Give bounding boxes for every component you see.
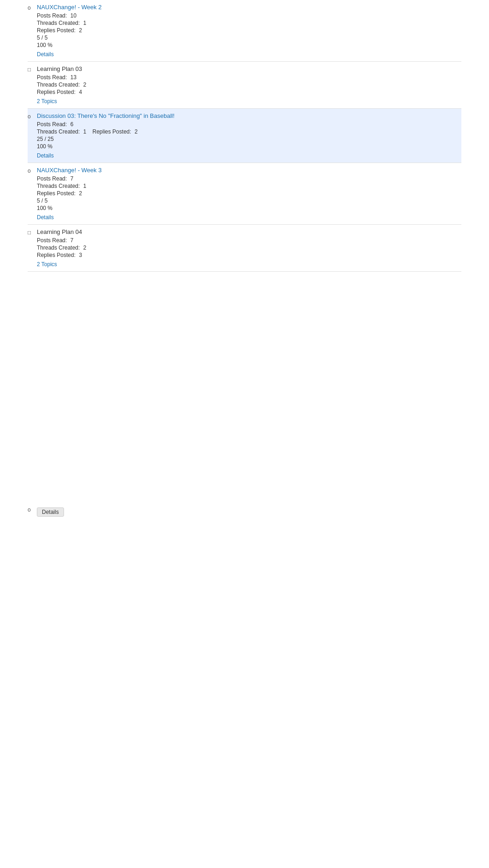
replies-posted-value: 2: [79, 27, 82, 34]
threads-created-value: 1: [83, 128, 87, 135]
bottom-spacer: [28, 520, 461, 797]
progress-fraction: 5 / 5: [37, 198, 461, 204]
replies-posted-line: Replies Posted: 2: [37, 190, 461, 197]
plan-content: Learning Plan 04 Posts Read: 7 Threads C…: [37, 228, 461, 268]
threads-created-label: Threads Created:: [37, 128, 80, 135]
topic-content: NAUXChange! - Week 3 Posts Read: 7 Threa…: [37, 167, 461, 221]
replies-posted-line: Replies Posted: 3: [37, 252, 461, 258]
topic-row-week3: o NAUXChange! - Week 3 Posts Read: 7 Thr…: [28, 163, 461, 225]
threads-created-label: Threads Created:: [37, 82, 80, 88]
plan-row-04: □ Learning Plan 04 Posts Read: 7 Threads…: [28, 225, 461, 272]
topic-title: NAUXChange! - Week 3: [37, 167, 461, 174]
threads-created-value: 2: [83, 245, 87, 251]
bottom-content: Details: [37, 506, 461, 517]
posts-read-label: Posts Read:: [37, 237, 67, 244]
replies-posted-value: 3: [79, 252, 82, 258]
replies-posted-value: 2: [134, 128, 138, 135]
threads-created-value: 1: [83, 20, 87, 26]
posts-read-line: Posts Read: 7: [37, 175, 461, 182]
posts-read-value: 10: [70, 12, 76, 19]
threads-created-label: Threads Created:: [37, 183, 80, 189]
posts-read-line: Posts Read: 13: [37, 74, 461, 81]
replies-posted-label: Replies Posted:: [37, 190, 76, 197]
main-container: o NAUXChange! - Week 2 Posts Read: 10 Th…: [0, 0, 489, 797]
topic-title-link[interactable]: NAUXChange! - Week 2: [37, 4, 102, 11]
topic-row-week2: o NAUXChange! - Week 2 Posts Read: 10 Th…: [28, 0, 461, 62]
threads-created-label: Threads Created:: [37, 20, 80, 26]
posts-read-line: Posts Read: 6: [37, 121, 461, 128]
topics-link-03[interactable]: 2 Topics: [37, 98, 57, 105]
progress-percent: 100 %: [37, 143, 461, 150]
replies-posted-label: Replies Posted:: [37, 252, 76, 258]
topic-marker: o: [28, 167, 37, 174]
plan-marker: □: [28, 65, 37, 73]
posts-read-label: Posts Read:: [37, 175, 67, 182]
replies-posted-label: Replies Posted:: [37, 27, 76, 34]
topic-marker: o: [28, 4, 37, 11]
posts-read-label: Posts Read:: [37, 74, 67, 81]
topic-title-link-discussion03[interactable]: Discussion 03: There's No "Fractioning" …: [37, 112, 175, 119]
topic-content: Discussion 03: There's No "Fractioning" …: [37, 112, 461, 159]
progress-percent: 100 %: [37, 205, 461, 211]
replies-posted-label: Replies Posted:: [93, 128, 131, 135]
replies-posted-line: Replies Posted: 2: [37, 27, 461, 34]
replies-posted-label: Replies Posted:: [37, 89, 76, 95]
topic-row-discussion03: o Discussion 03: There's No "Fractioning…: [28, 109, 461, 163]
details-link[interactable]: Details: [37, 51, 54, 58]
details-link-week3[interactable]: Details: [37, 214, 54, 221]
progress-fraction: 25 / 25: [37, 136, 461, 142]
plan-row-03: □ Learning Plan 03 Posts Read: 13 Thread…: [28, 62, 461, 109]
bottom-details-button[interactable]: Details: [37, 507, 64, 517]
topic-marker: o: [28, 112, 37, 120]
posts-read-value: 7: [70, 237, 74, 244]
bottom-marker: o: [28, 506, 37, 513]
progress-fraction: 5 / 5: [37, 35, 461, 41]
threads-created-line: Threads Created: 2: [37, 245, 461, 251]
topic-title-link-week3[interactable]: NAUXChange! - Week 3: [37, 167, 102, 174]
posts-read-line: Posts Read: 7: [37, 237, 461, 244]
threads-created-label: Threads Created:: [37, 245, 80, 251]
replies-posted-value: 4: [79, 89, 82, 95]
plan-title: Learning Plan 04: [37, 228, 461, 235]
replies-posted-line: Replies Posted: 4: [37, 89, 461, 95]
spacer-area: [28, 272, 461, 502]
posts-read-value: 13: [70, 74, 76, 81]
posts-read-line: Posts Read: 10: [37, 12, 461, 19]
progress-percent: 100 %: [37, 42, 461, 48]
threads-created-line: Threads Created: 2: [37, 82, 461, 88]
topic-title: NAUXChange! - Week 2: [37, 4, 461, 11]
threads-created-replies-line: Threads Created: 1 Replies Posted: 2: [37, 128, 461, 135]
bottom-row: o Details: [28, 502, 461, 520]
threads-created-line: Threads Created: 1: [37, 183, 461, 189]
topics-link-04[interactable]: 2 Topics: [37, 261, 57, 268]
details-link-discussion03[interactable]: Details: [37, 152, 54, 159]
topic-title: Discussion 03: There's No "Fractioning" …: [37, 112, 461, 119]
plan-title: Learning Plan 03: [37, 65, 461, 72]
posts-read-label: Posts Read:: [37, 121, 67, 128]
plan-marker: □: [28, 228, 37, 236]
topic-content: NAUXChange! - Week 2 Posts Read: 10 Thre…: [37, 4, 461, 58]
threads-created-value: 2: [83, 82, 87, 88]
posts-read-value: 6: [70, 121, 74, 128]
threads-created-line: Threads Created: 1: [37, 20, 461, 26]
plan-content: Learning Plan 03 Posts Read: 13 Threads …: [37, 65, 461, 105]
posts-read-value: 7: [70, 175, 74, 182]
threads-created-value: 1: [83, 183, 87, 189]
posts-read-label: Posts Read:: [37, 12, 67, 19]
replies-posted-value: 2: [79, 190, 82, 197]
